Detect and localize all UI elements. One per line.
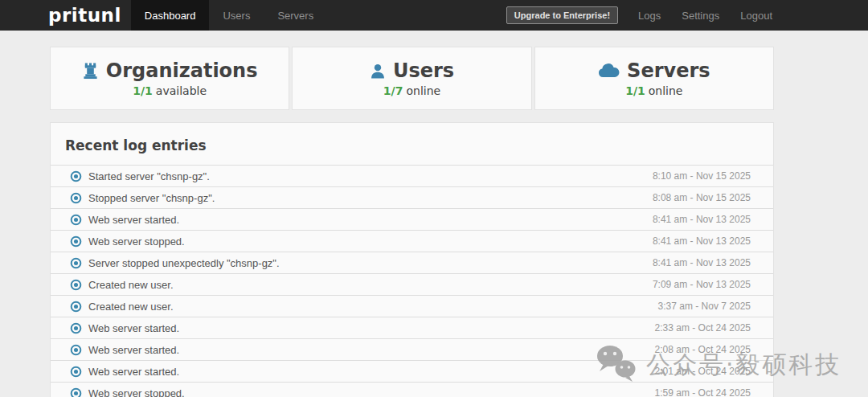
stat-card-users: Users 1/7online	[292, 47, 531, 110]
log-bullseye-icon	[70, 170, 88, 182]
log-message: Web server stopped.	[88, 235, 653, 248]
log-bullseye-icon	[70, 279, 88, 291]
tab-servers[interactable]: Servers	[264, 0, 327, 31]
log-bullseye-icon	[70, 387, 88, 397]
log-entry-row: Web server stopped. 1:59 am - Oct 24 202…	[51, 382, 773, 397]
nav-link-logs[interactable]: Logs	[628, 10, 671, 22]
stat-subtitle: 1/1available	[133, 84, 207, 97]
cloud-icon	[598, 63, 620, 78]
log-message: Stopped server "chsnp-gz".	[88, 192, 653, 204]
log-entry-row: Web server started. 2:01 am - Oct 24 202…	[51, 360, 773, 382]
navbar-right: Upgrade to Enterprise! Logs Settings Log…	[506, 0, 868, 31]
pritunl-logo[interactable]: pritunl	[0, 0, 131, 31]
log-bullseye-icon	[70, 214, 88, 226]
rook-icon	[82, 62, 99, 80]
stat-title: Users	[393, 59, 454, 82]
stat-status: online	[406, 84, 440, 97]
log-message: Web server started.	[88, 344, 655, 356]
main-content: Organizations 1/1available Users 1/7onli…	[50, 47, 774, 397]
log-timestamp: 2:08 am - Oct 24 2025	[655, 344, 751, 355]
stat-card-servers: Servers 1/1online	[534, 47, 774, 110]
stat-title: Servers	[627, 59, 710, 82]
log-timestamp: 3:37 am - Nov 7 2025	[658, 301, 751, 312]
stat-subtitle: 1/7online	[383, 84, 440, 97]
log-entry-row: Created new user. 7:09 am - Nov 13 2025	[51, 273, 773, 295]
log-entry-row: Stopped server "chsnp-gz". 8:08 am - Nov…	[51, 186, 773, 208]
log-message: Created new user.	[88, 301, 658, 313]
log-timestamp: 1:59 am - Oct 24 2025	[655, 387, 751, 397]
log-message: Web server started.	[88, 322, 655, 334]
log-message: Started server "chsnp-gz".	[88, 170, 653, 182]
tab-users[interactable]: Users	[209, 0, 264, 31]
tab-dashboard[interactable]: Dashboard	[131, 0, 210, 31]
log-entry-row: Web server started. 8:41 am - Nov 13 202…	[51, 208, 773, 230]
log-timestamp: 8:10 am - Nov 15 2025	[653, 170, 751, 182]
log-message: Web server stopped.	[88, 387, 655, 397]
nav-link-settings[interactable]: Settings	[671, 10, 730, 22]
log-bullseye-icon	[70, 301, 88, 313]
log-entry-row: Created new user. 3:37 am - Nov 7 2025	[51, 295, 773, 317]
log-entry-row: Started server "chsnp-gz". 8:10 am - Nov…	[51, 165, 773, 186]
stat-title: Organizations	[106, 59, 258, 82]
stat-count: 1/1	[625, 84, 645, 97]
stat-card-header: Servers	[598, 59, 710, 82]
stat-count: 1/7	[383, 84, 403, 97]
stats-row: Organizations 1/1available Users 1/7onli…	[50, 47, 774, 110]
log-timestamp: 8:41 am - Nov 13 2025	[653, 214, 751, 225]
stat-status: online	[649, 84, 683, 97]
log-bullseye-icon	[70, 366, 88, 378]
log-timestamp: 2:01 am - Oct 24 2025	[655, 366, 751, 377]
stat-status: available	[156, 84, 207, 97]
log-timestamp: 8:08 am - Nov 15 2025	[653, 192, 751, 203]
log-timestamp: 8:41 am - Nov 13 2025	[653, 257, 751, 268]
log-panel: Recent log entries Started server "chsnp…	[50, 122, 774, 397]
log-message: Server stopped unexpectedly "chsnp-gz".	[88, 257, 653, 269]
stat-card-header: Users	[370, 59, 454, 82]
stat-subtitle: 1/1online	[625, 84, 682, 97]
stat-card-header: Organizations	[82, 59, 258, 82]
log-entry-row: Web server started. 2:08 am - Oct 24 202…	[51, 338, 773, 360]
log-bullseye-icon	[70, 192, 88, 204]
log-bullseye-icon	[70, 322, 88, 334]
log-entry-row: Web server stopped. 8:41 am - Nov 13 202…	[51, 230, 773, 252]
log-timestamp: 7:09 am - Nov 13 2025	[653, 279, 751, 290]
log-timestamp: 8:41 am - Nov 13 2025	[653, 235, 751, 247]
stat-card-organizations: Organizations 1/1available	[50, 47, 289, 110]
stat-count: 1/1	[133, 84, 153, 97]
log-bullseye-icon	[70, 235, 88, 248]
log-entry-row: Server stopped unexpectedly "chsnp-gz". …	[51, 252, 773, 273]
upgrade-enterprise-button[interactable]: Upgrade to Enterprise!	[506, 6, 618, 24]
log-message: Web server started.	[88, 366, 655, 378]
log-list: Started server "chsnp-gz". 8:10 am - Nov…	[51, 165, 773, 397]
user-icon	[370, 63, 386, 80]
log-timestamp: 2:33 am - Oct 24 2025	[655, 322, 751, 334]
log-bullseye-icon	[70, 344, 88, 356]
log-bullseye-icon	[70, 257, 88, 269]
log-entry-row: Web server started. 2:33 am - Oct 24 202…	[51, 317, 773, 338]
navbar: pritunl Dashboard Users Servers Upgrade …	[0, 0, 868, 31]
log-panel-title: Recent log entries	[51, 123, 773, 165]
log-message: Web server started.	[88, 214, 653, 226]
log-message: Created new user.	[88, 279, 653, 291]
nav-link-logout[interactable]: Logout	[730, 10, 783, 22]
